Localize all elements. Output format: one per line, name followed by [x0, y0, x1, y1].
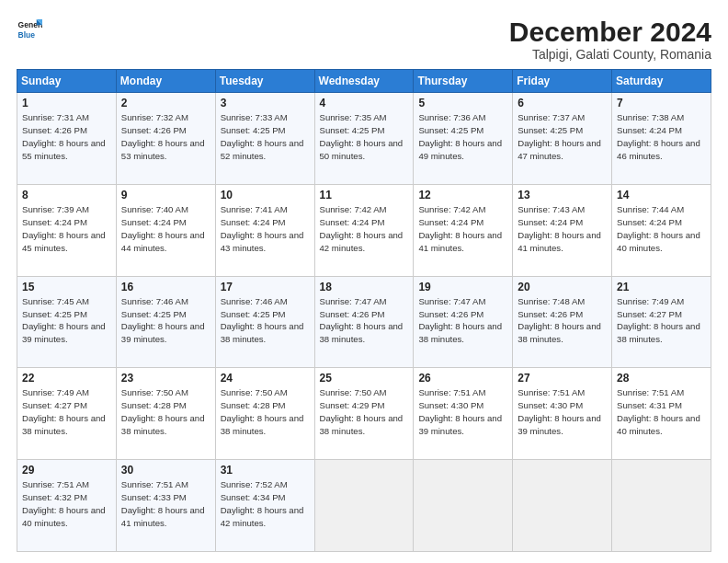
calendar-cell [414, 460, 513, 552]
cell-info: Sunrise: 7:51 AMSunset: 4:31 PMDaylight:… [617, 387, 700, 436]
subtitle: Talpigi, Galati County, Romania [509, 47, 711, 62]
cell-info: Sunrise: 7:31 AMSunset: 4:26 PMDaylight:… [22, 112, 106, 161]
cell-info: Sunrise: 7:40 AMSunset: 4:24 PMDaylight:… [121, 204, 205, 253]
calendar-cell: 20 Sunrise: 7:48 AMSunset: 4:26 PMDaylig… [513, 276, 612, 368]
day-number: 5 [418, 97, 507, 109]
day-number: 28 [617, 372, 706, 385]
calendar-cell: 16 Sunrise: 7:46 AMSunset: 4:25 PMDaylig… [116, 276, 215, 368]
day-number: 11 [320, 189, 409, 201]
cell-info: Sunrise: 7:33 AMSunset: 4:25 PMDaylight:… [221, 112, 304, 161]
col-friday: Friday [513, 70, 612, 93]
day-number: 31 [221, 464, 310, 477]
svg-text:Blue: Blue [18, 30, 36, 40]
day-number: 21 [617, 281, 706, 293]
calendar-cell: 11 Sunrise: 7:42 AMSunset: 4:24 PMDaylig… [314, 184, 414, 276]
calendar-cell: 7 Sunrise: 7:38 AMSunset: 4:24 PMDayligh… [612, 93, 711, 185]
calendar-cell: 18 Sunrise: 7:47 AMSunset: 4:26 PMDaylig… [314, 276, 414, 368]
day-number: 7 [617, 97, 706, 109]
cell-info: Sunrise: 7:50 AMSunset: 4:29 PMDaylight:… [320, 387, 404, 436]
day-number: 29 [22, 464, 111, 477]
cell-info: Sunrise: 7:47 AMSunset: 4:26 PMDaylight:… [418, 296, 502, 345]
cell-info: Sunrise: 7:37 AMSunset: 4:25 PMDaylight:… [518, 112, 601, 161]
day-number: 20 [518, 281, 607, 293]
day-number: 26 [418, 372, 507, 385]
col-sunday: Sunday [17, 70, 117, 93]
cell-info: Sunrise: 7:51 AMSunset: 4:30 PMDaylight:… [518, 387, 601, 436]
day-number: 18 [320, 281, 409, 293]
day-number: 6 [518, 97, 607, 109]
cell-info: Sunrise: 7:44 AMSunset: 4:24 PMDaylight:… [617, 204, 700, 253]
cell-info: Sunrise: 7:36 AMSunset: 4:25 PMDaylight:… [418, 112, 502, 161]
calendar-cell: 21 Sunrise: 7:49 AMSunset: 4:27 PMDaylig… [612, 276, 711, 368]
day-number: 17 [221, 281, 310, 293]
cell-info: Sunrise: 7:50 AMSunset: 4:28 PMDaylight:… [221, 387, 304, 436]
calendar-cell: 15 Sunrise: 7:45 AMSunset: 4:25 PMDaylig… [17, 276, 117, 368]
day-number: 27 [518, 372, 607, 385]
header-row: Sunday Monday Tuesday Wednesday Thursday… [17, 70, 711, 93]
day-number: 4 [320, 97, 409, 109]
calendar-cell: 2 Sunrise: 7:32 AMSunset: 4:26 PMDayligh… [116, 93, 215, 185]
calendar-body: 1 Sunrise: 7:31 AMSunset: 4:26 PMDayligh… [17, 93, 711, 552]
calendar-cell: 6 Sunrise: 7:37 AMSunset: 4:25 PMDayligh… [513, 93, 612, 185]
calendar-cell: 19 Sunrise: 7:47 AMSunset: 4:26 PMDaylig… [414, 276, 513, 368]
logo: General Blue [17, 17, 42, 42]
cell-info: Sunrise: 7:51 AMSunset: 4:30 PMDaylight:… [418, 387, 502, 436]
calendar-cell: 8 Sunrise: 7:39 AMSunset: 4:24 PMDayligh… [17, 184, 117, 276]
calendar-cell: 23 Sunrise: 7:50 AMSunset: 4:28 PMDaylig… [116, 368, 215, 460]
cell-info: Sunrise: 7:32 AMSunset: 4:26 PMDaylight:… [121, 112, 205, 161]
calendar-cell: 14 Sunrise: 7:44 AMSunset: 4:24 PMDaylig… [612, 184, 711, 276]
cell-info: Sunrise: 7:38 AMSunset: 4:24 PMDaylight:… [617, 112, 700, 161]
cell-info: Sunrise: 7:46 AMSunset: 4:25 PMDaylight:… [221, 296, 304, 345]
day-number: 9 [121, 189, 210, 201]
title-block: December 2024 Talpigi, Galati County, Ro… [509, 17, 711, 62]
calendar-cell [612, 460, 711, 552]
cell-info: Sunrise: 7:46 AMSunset: 4:25 PMDaylight:… [121, 296, 205, 345]
day-number: 23 [121, 372, 210, 385]
header: General Blue December 2024 Talpigi, Gala… [17, 17, 711, 62]
calendar-cell [314, 460, 414, 552]
calendar-week-5: 29 Sunrise: 7:51 AMSunset: 4:32 PMDaylig… [17, 460, 711, 552]
calendar-cell: 3 Sunrise: 7:33 AMSunset: 4:25 PMDayligh… [215, 93, 314, 185]
calendar-week-4: 22 Sunrise: 7:49 AMSunset: 4:27 PMDaylig… [17, 368, 711, 460]
calendar-week-1: 1 Sunrise: 7:31 AMSunset: 4:26 PMDayligh… [17, 93, 711, 185]
calendar-header: Sunday Monday Tuesday Wednesday Thursday… [17, 70, 711, 93]
day-number: 10 [221, 189, 310, 201]
day-number: 1 [22, 97, 111, 109]
day-number: 25 [320, 372, 409, 385]
cell-info: Sunrise: 7:48 AMSunset: 4:26 PMDaylight:… [518, 296, 601, 345]
cell-info: Sunrise: 7:41 AMSunset: 4:24 PMDaylight:… [221, 204, 304, 253]
day-number: 2 [121, 97, 210, 109]
day-number: 12 [418, 189, 507, 201]
day-number: 8 [22, 189, 111, 201]
calendar-cell: 1 Sunrise: 7:31 AMSunset: 4:26 PMDayligh… [17, 93, 117, 185]
calendar-cell: 30 Sunrise: 7:51 AMSunset: 4:33 PMDaylig… [116, 460, 215, 552]
day-number: 15 [22, 281, 111, 293]
cell-info: Sunrise: 7:39 AMSunset: 4:24 PMDaylight:… [22, 204, 106, 253]
calendar-cell [513, 460, 612, 552]
cell-info: Sunrise: 7:51 AMSunset: 4:32 PMDaylight:… [22, 479, 106, 528]
calendar-cell: 17 Sunrise: 7:46 AMSunset: 4:25 PMDaylig… [215, 276, 314, 368]
calendar-cell: 13 Sunrise: 7:43 AMSunset: 4:24 PMDaylig… [513, 184, 612, 276]
col-wednesday: Wednesday [314, 70, 414, 93]
calendar-cell: 4 Sunrise: 7:35 AMSunset: 4:25 PMDayligh… [314, 93, 414, 185]
calendar-cell: 25 Sunrise: 7:50 AMSunset: 4:29 PMDaylig… [314, 368, 414, 460]
cell-info: Sunrise: 7:42 AMSunset: 4:24 PMDaylight:… [320, 204, 404, 253]
main-title: December 2024 [509, 17, 711, 47]
cell-info: Sunrise: 7:50 AMSunset: 4:28 PMDaylight:… [121, 387, 205, 436]
calendar-cell: 9 Sunrise: 7:40 AMSunset: 4:24 PMDayligh… [116, 184, 215, 276]
day-number: 19 [418, 281, 507, 293]
col-monday: Monday [116, 70, 215, 93]
calendar-cell: 22 Sunrise: 7:49 AMSunset: 4:27 PMDaylig… [17, 368, 117, 460]
calendar-cell: 29 Sunrise: 7:51 AMSunset: 4:32 PMDaylig… [17, 460, 117, 552]
day-number: 13 [518, 189, 607, 201]
calendar-cell: 12 Sunrise: 7:42 AMSunset: 4:24 PMDaylig… [414, 184, 513, 276]
cell-info: Sunrise: 7:52 AMSunset: 4:34 PMDaylight:… [221, 479, 304, 528]
calendar-cell: 26 Sunrise: 7:51 AMSunset: 4:30 PMDaylig… [414, 368, 513, 460]
cell-info: Sunrise: 7:35 AMSunset: 4:25 PMDaylight:… [320, 112, 404, 161]
calendar-cell: 31 Sunrise: 7:52 AMSunset: 4:34 PMDaylig… [215, 460, 314, 552]
calendar-cell: 28 Sunrise: 7:51 AMSunset: 4:31 PMDaylig… [612, 368, 711, 460]
cell-info: Sunrise: 7:43 AMSunset: 4:24 PMDaylight:… [518, 204, 601, 253]
day-number: 14 [617, 189, 706, 201]
day-number: 16 [121, 281, 210, 293]
cell-info: Sunrise: 7:42 AMSunset: 4:24 PMDaylight:… [418, 204, 502, 253]
